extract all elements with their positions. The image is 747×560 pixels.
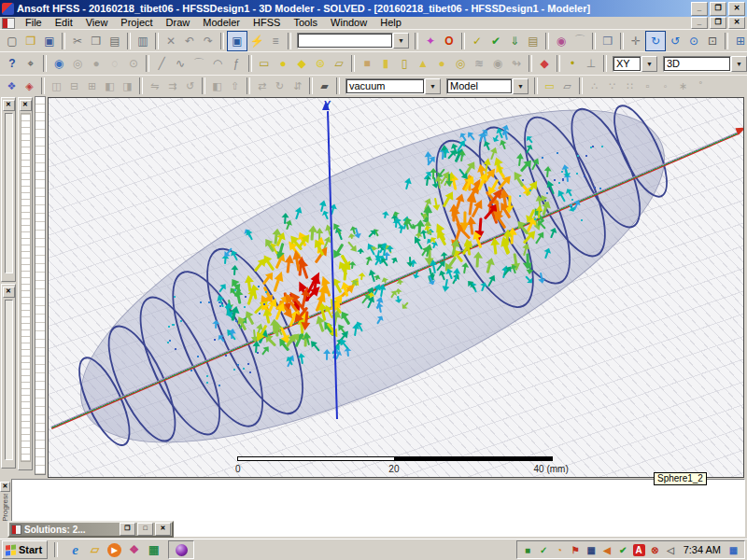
results-button[interactable]: ▤ xyxy=(524,32,543,50)
draw-arc-3pt-button[interactable]: ◠ xyxy=(208,54,227,73)
draw-polygon-button[interactable]: ◆ xyxy=(292,54,311,73)
far-field-button[interactable]: ⌒ xyxy=(571,32,589,50)
draw-cone-button[interactable]: ▲ xyxy=(414,54,432,73)
analyze-all-button[interactable]: ✔ xyxy=(486,32,505,50)
new-object-button[interactable]: ▭ xyxy=(541,77,558,94)
field-overlay-button[interactable]: ◉ xyxy=(552,32,571,50)
draw-point-button[interactable]: • xyxy=(563,54,582,73)
rotate-screen-button[interactable]: ⊙ xyxy=(684,32,703,50)
view-dimension-combo[interactable]: 3D▼ xyxy=(663,56,747,72)
zoom-100-button[interactable]: ⊡ xyxy=(703,32,722,50)
solutions-minimized-window[interactable]: Solutions: 2... ❐□✕ xyxy=(7,521,174,538)
maximize-button[interactable]: □ xyxy=(137,523,153,536)
tray-updates[interactable]: ◔ xyxy=(554,544,566,556)
restore-button[interactable]: ❐ xyxy=(120,523,135,536)
minimize-button[interactable]: _ xyxy=(691,17,708,29)
menu-help[interactable]: Help xyxy=(374,17,408,29)
menu-draw[interactable]: Draw xyxy=(160,17,197,29)
start-button[interactable]: Start xyxy=(2,540,48,559)
open-button[interactable]: ❐ xyxy=(21,32,40,50)
mdi-document-icon[interactable] xyxy=(2,18,15,29)
material-combo[interactable]: vacuum▼ xyxy=(345,78,441,94)
search-combo[interactable]: ▼ xyxy=(297,33,409,49)
close-icon[interactable]: ✕ xyxy=(3,100,15,111)
rotate-z-button[interactable]: ↺ xyxy=(666,32,684,50)
capture-app-icon[interactable]: ▦ xyxy=(147,543,161,557)
draw-arc-center-button[interactable]: ⌒ xyxy=(190,54,208,73)
view-dimension-combo-dropdown-button[interactable]: ▼ xyxy=(731,56,747,72)
3d-modeler-view[interactable]: Y 0 20 40 (mm) xyxy=(48,97,744,478)
paint-app-icon[interactable]: ❖ xyxy=(127,543,141,557)
cut-button[interactable]: ✂ xyxy=(68,32,87,50)
close-icon[interactable]: ✕ xyxy=(0,482,10,492)
menu-modeler[interactable]: Modeler xyxy=(196,17,247,29)
draw-cylinder-button[interactable]: ▮ xyxy=(376,54,395,73)
tray-volume[interactable]: ◀ xyxy=(601,544,613,556)
snapshot-button[interactable]: ❒ xyxy=(599,32,617,50)
excitation-button[interactable]: ⚡ xyxy=(247,32,266,50)
copy-button[interactable]: ❒ xyxy=(87,32,106,50)
draw-torus-button[interactable]: ◎ xyxy=(451,54,470,73)
menu-file[interactable]: File xyxy=(19,17,49,29)
help-button[interactable]: ? xyxy=(3,54,21,73)
close-icon[interactable]: ✕ xyxy=(3,287,15,298)
delete-button[interactable]: ✕ xyxy=(162,32,180,50)
tray-display-settings[interactable]: ▦ xyxy=(585,544,598,556)
draw-cylinder-hollow-button[interactable]: ▯ xyxy=(395,54,414,73)
draw-sphere-button[interactable]: ● xyxy=(432,54,451,73)
draw-rectangle-button[interactable]: ▭ xyxy=(255,54,274,73)
validate-button[interactable]: ✓ xyxy=(468,32,486,50)
restore-button[interactable]: ❐ xyxy=(710,17,726,29)
draw-line-button[interactable]: ╱ xyxy=(152,54,171,73)
model-tree-collapsed-panel[interactable] xyxy=(35,96,46,475)
rotate-orbit-button[interactable]: ↻ xyxy=(645,31,666,51)
menu-tools[interactable]: Tools xyxy=(287,17,324,29)
paste-button[interactable]: ▤ xyxy=(106,32,124,50)
model-type-combo[interactable]: Model▼ xyxy=(446,78,529,94)
draw-region-button[interactable]: ▱ xyxy=(330,54,348,73)
properties-collapsed-panel[interactable]: ✕ xyxy=(1,284,16,469)
internet-explorer-icon[interactable]: e xyxy=(68,543,82,557)
search-combo-dropdown-button[interactable]: ▼ xyxy=(393,33,409,49)
boolean-colored-2-button[interactable]: ◈ xyxy=(21,77,38,94)
draw-plane-button[interactable]: ⊥ xyxy=(582,54,600,73)
menu-view[interactable]: View xyxy=(79,17,115,29)
model-type-combo-dropdown-button[interactable]: ▼ xyxy=(513,78,529,94)
undo-button[interactable]: ↶ xyxy=(180,32,199,50)
tray-avira[interactable]: A xyxy=(633,544,645,556)
save-button[interactable]: ▣ xyxy=(40,32,59,50)
ansoft-hfss-task-button[interactable] xyxy=(168,540,194,559)
tray-check[interactable]: ✔ xyxy=(617,544,629,556)
equation-curve-button[interactable]: ƒ xyxy=(227,54,246,73)
close-button[interactable]: ✕ xyxy=(155,523,171,536)
draw-circle-button[interactable]: ● xyxy=(274,54,292,73)
minimize-button[interactable]: _ xyxy=(691,2,708,16)
menu-window[interactable]: Window xyxy=(324,17,374,29)
boolean-colored-1-button[interactable]: ❖ xyxy=(3,77,21,94)
tray-edge-display[interactable]: ▦ xyxy=(727,544,740,556)
plane-combo-dropdown-button[interactable]: ▼ xyxy=(641,56,657,72)
solve-wand-button[interactable]: ✦ xyxy=(421,32,440,50)
zoom-in-rect-button[interactable]: ⊞ xyxy=(731,32,747,50)
media-player-icon[interactable]: ▶ xyxy=(107,543,121,557)
project-tree-collapsed-panel[interactable]: ✕ xyxy=(18,97,33,470)
visibility-button[interactable]: ◉ xyxy=(49,54,68,73)
tray-speaker[interactable]: ◁ xyxy=(665,544,677,556)
print-button[interactable]: ▥ xyxy=(134,32,152,50)
boundary-display-button[interactable]: ≡ xyxy=(266,32,285,50)
submit-job-button[interactable]: ⇓ xyxy=(505,32,524,50)
ansoft-o-button[interactable]: O xyxy=(440,32,458,50)
new-button[interactable]: ▢ xyxy=(3,32,21,50)
object-wireframe-button[interactable]: ▱ xyxy=(558,77,576,94)
object-display-button[interactable]: ▰ xyxy=(316,77,333,94)
context-help-button[interactable]: ⌖ xyxy=(21,54,40,73)
windows-explorer-icon[interactable]: ▱ xyxy=(88,543,102,557)
tray-flag-error[interactable]: ⚑ xyxy=(570,544,582,556)
draw-box-button[interactable]: ■ xyxy=(358,54,376,73)
material-combo-dropdown-button[interactable]: ▼ xyxy=(425,78,441,94)
menu-project[interactable]: Project xyxy=(114,17,159,29)
close-button[interactable]: ✕ xyxy=(728,17,745,29)
tray-network-error[interactable]: ⊗ xyxy=(649,544,661,556)
draw-ellipse-button[interactable]: ⊜ xyxy=(311,54,330,73)
close-button[interactable]: ✕ xyxy=(728,2,745,16)
